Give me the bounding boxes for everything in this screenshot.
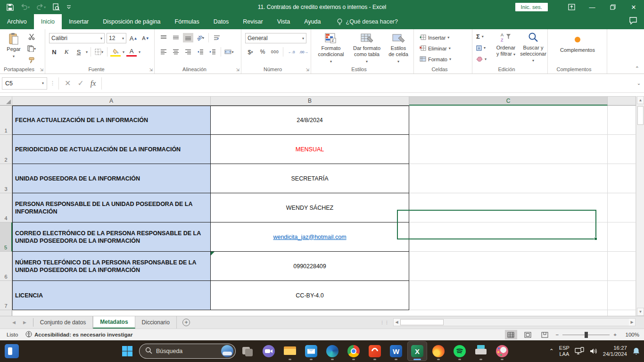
cell-partial-2[interactable] — [608, 135, 636, 164]
ribbon-tab-vista[interactable]: Vista — [270, 14, 297, 29]
format-cells-button[interactable]: Formato▾ — [419, 54, 452, 64]
ribbon-tab-ayuda[interactable]: Ayuda — [297, 14, 328, 29]
ribbon-tab-datos[interactable]: Datos — [206, 14, 236, 29]
zoom-slider[interactable]: − + — [556, 332, 617, 337]
row-header-1[interactable]: 1 — [0, 106, 12, 135]
cell-B7[interactable]: CC-BY-4.0 — [211, 281, 409, 310]
sign-in-button[interactable]: Inic. ses. — [515, 3, 548, 11]
cut-icon[interactable] — [26, 32, 37, 41]
paste-button[interactable]: Pegar▾ — [3, 31, 25, 61]
row-header-2[interactable]: 2 — [0, 135, 12, 164]
cell-A2[interactable]: PERIODICIDAD DE ACTUALIZACIÓN DE LA INFO… — [12, 135, 211, 164]
align-center-icon[interactable] — [171, 47, 181, 57]
taskbar-icon-mail[interactable] — [302, 342, 321, 361]
format-as-table-button[interactable]: Dar formato como tabla▾ — [349, 31, 385, 66]
underline-button[interactable]: S — [74, 47, 84, 57]
customize-qat-icon[interactable] — [66, 5, 71, 9]
shrink-font-icon[interactable]: A▼ — [140, 33, 151, 43]
cell-A5[interactable]: CORREO ELECTRÓNICO DE LA PERSONA RESPONS… — [12, 222, 211, 252]
column-header-C[interactable]: C — [409, 96, 608, 106]
formula-input[interactable] — [102, 77, 634, 90]
row-header-6[interactable]: 6 — [0, 252, 12, 281]
taskbar-icon-firefox[interactable] — [429, 342, 448, 361]
page-layout-view-icon[interactable] — [522, 330, 534, 339]
page-break-view-icon[interactable] — [539, 330, 551, 339]
ribbon-tab-disposici-n-de-p-gina[interactable]: Disposición de página — [96, 14, 167, 29]
scroll-right-icon[interactable]: ▶ — [629, 319, 635, 326]
font-dialog-launcher[interactable]: ⇲ — [149, 67, 153, 72]
clock[interactable]: 16:2724/1/2024 — [603, 345, 627, 357]
conditional-formatting-button[interactable]: ≠ Formato condicional▾ — [313, 31, 349, 66]
underline-caret[interactable]: ▾ — [86, 50, 88, 54]
font-color-caret[interactable]: ▾ — [139, 50, 140, 54]
taskbar-icon-paint[interactable] — [493, 342, 512, 361]
network-icon[interactable] — [575, 347, 584, 355]
tab-split-handle[interactable]: ⋮⋮ — [380, 320, 389, 325]
merge-center-icon[interactable]: ▾ — [224, 47, 234, 57]
cell-A4[interactable]: PERSONA RESPONSABLE DE LA UNIDAD POSEEDO… — [12, 193, 211, 222]
autosum-icon[interactable]: Σ▾ — [475, 32, 487, 41]
notification-bell-icon[interactable] — [632, 347, 640, 355]
sort-filter-button[interactable]: AZ Ordenar y filtrar ▾ — [492, 30, 520, 59]
clipboard-dialog-launcher[interactable]: ⇲ — [40, 67, 43, 72]
format-painter-icon[interactable] — [26, 56, 37, 65]
taskbar-icon-edge[interactable] — [323, 342, 342, 361]
scroll-left-icon[interactable]: ◀ — [394, 319, 400, 326]
cell-partial-5[interactable] — [608, 222, 636, 252]
cell-A7[interactable]: LICENCIA — [12, 281, 211, 310]
restore-button[interactable] — [603, 0, 623, 14]
row-header-7[interactable]: 7 — [0, 281, 12, 310]
font-name-combo[interactable]: Calibri▾ — [49, 33, 105, 43]
enter-formula-icon[interactable]: ✓ — [77, 79, 83, 88]
alignment-dialog-launcher[interactable]: ⇲ — [236, 67, 239, 72]
taskbar-icon-chat[interactable] — [259, 342, 278, 361]
cell-partial-4[interactable] — [608, 193, 636, 222]
volume-icon[interactable] — [589, 347, 598, 355]
increase-decimal-icon[interactable]: ←.0 — [286, 47, 297, 57]
expand-formula-bar-icon[interactable]: ⌄ — [634, 81, 644, 86]
ribbon-tab-f-rmulas[interactable]: Fórmulas — [168, 14, 206, 29]
cell-partial-7[interactable] — [608, 281, 636, 310]
cell-B6[interactable]: 0990228409 — [211, 252, 409, 281]
scroll-up-icon[interactable]: ▲ — [637, 96, 644, 104]
name-box[interactable]: C5▾ — [2, 77, 47, 90]
taskbar-icon-spotify[interactable] — [450, 342, 469, 361]
ribbon-tab-archivo[interactable]: Archivo — [0, 14, 34, 29]
save-icon[interactable] — [7, 4, 14, 11]
close-button[interactable]: ✕ — [623, 0, 644, 14]
cell-A1[interactable]: FECHA ACTUALIZACIÓN DE LA INFORMACIÓN — [12, 106, 211, 135]
decrease-decimal-icon[interactable]: .00→ — [298, 47, 309, 57]
fill-icon[interactable]: ▾ — [475, 43, 487, 53]
cell-B2[interactable]: MENSUAL — [211, 135, 409, 164]
taskbar-icon-foxit-pdf[interactable] — [365, 342, 384, 361]
zoom-out-icon[interactable]: − — [556, 332, 559, 337]
ribbon-display-options-icon[interactable] — [561, 0, 582, 14]
widgets-icon[interactable] — [5, 344, 19, 358]
sheet-prev-icon[interactable]: ◀ — [12, 320, 16, 325]
copy-icon[interactable]: ▾ — [26, 44, 37, 53]
cell-value[interactable]: wendicita_jaz@hotmail.com — [273, 234, 346, 240]
borders-icon[interactable]: ▾ — [94, 47, 104, 57]
cell-C7[interactable] — [409, 281, 608, 310]
cell-A3[interactable]: UNIDAD POSEEDORA DE LA INFORMACIÓN — [12, 164, 211, 193]
font-color-icon[interactable]: A — [126, 47, 137, 57]
undo-icon[interactable]: ▾ — [20, 4, 30, 10]
cell-B3[interactable]: SECRETARÍA — [211, 164, 409, 193]
clear-icon[interactable]: ▾ — [475, 54, 487, 64]
wrap-text-icon[interactable] — [212, 33, 222, 42]
row-header-4[interactable]: 4 — [0, 193, 12, 222]
row-header-3[interactable]: 3 — [0, 164, 12, 193]
sheet-next-icon[interactable]: ▶ — [23, 320, 26, 325]
cell-B1[interactable]: 24/8/2024 — [211, 106, 409, 135]
cancel-formula-icon[interactable]: ✕ — [65, 79, 71, 88]
normal-view-icon[interactable] — [505, 330, 517, 339]
sheet-tab-metadatos[interactable]: Metadatos — [93, 316, 135, 329]
comments-icon[interactable] — [629, 17, 637, 26]
orientation-icon[interactable]: ab▾ — [195, 33, 206, 42]
ribbon-tab-revisar[interactable]: Revisar — [236, 14, 270, 29]
cell-styles-button[interactable]: Estilos de celda▾ — [385, 31, 412, 66]
taskbar-icon-printer[interactable] — [471, 342, 490, 361]
formula-bar-handle[interactable]: ⋮ — [50, 80, 56, 86]
cell-C6[interactable] — [409, 252, 608, 281]
delete-cells-button[interactable]: Eliminar▾ — [419, 43, 452, 53]
